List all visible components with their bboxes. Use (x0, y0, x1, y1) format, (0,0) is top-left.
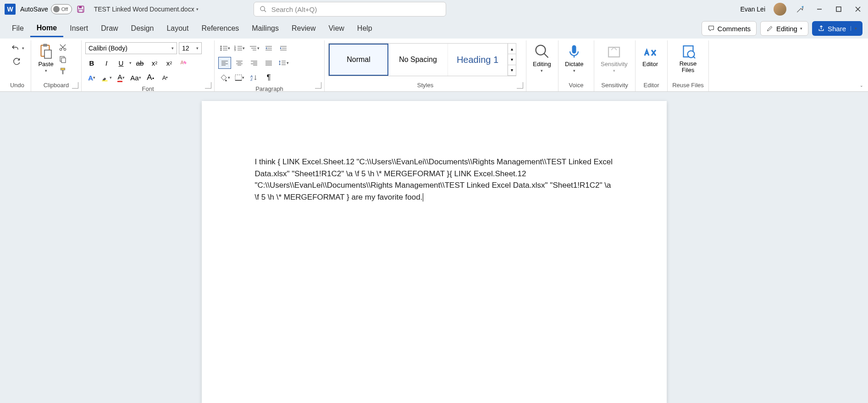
comments-button[interactable]: Comments (702, 21, 757, 36)
change-case-button[interactable]: Aa▾ (129, 72, 142, 84)
borders-button[interactable]: ▾ (233, 72, 246, 84)
style-no-spacing[interactable]: No Spacing (388, 44, 448, 76)
svg-text:Z: Z (250, 78, 253, 81)
font-size-combo[interactable]: 12▾ (179, 42, 202, 54)
collapse-ribbon-button[interactable]: ⌄ (860, 80, 863, 89)
tab-references[interactable]: References (195, 21, 245, 36)
shading-button[interactable]: ▾ (218, 72, 231, 84)
strikethrough-button[interactable]: ab (133, 57, 146, 69)
sort-button[interactable]: AZ (248, 72, 260, 84)
gallery-down-button[interactable]: ▾ (508, 54, 516, 65)
editor-button[interactable]: Editor (639, 42, 661, 68)
styles-launcher[interactable] (517, 82, 523, 89)
style-heading-1[interactable]: Heading 1 (448, 44, 508, 76)
maximize-button[interactable] (833, 4, 844, 15)
chevron-down-icon[interactable]: ▾ (129, 61, 132, 65)
style-normal[interactable]: Normal (329, 44, 388, 76)
svg-text:A: A (181, 60, 184, 65)
chevron-down-icon: ▾ (171, 46, 174, 50)
svg-rect-2 (78, 10, 83, 12)
undo-button[interactable]: ▾ (10, 44, 24, 52)
document-body-text[interactable]: I think { LINK Excel.Sheet.12 "C:\\Users… (255, 156, 614, 203)
group-label-editor: Editor (639, 80, 663, 91)
cut-icon (59, 43, 67, 51)
grow-font-button[interactable]: A▴ (144, 72, 157, 84)
tab-insert[interactable]: Insert (63, 21, 94, 36)
gallery-more-button[interactable]: ▾ (508, 65, 516, 76)
comment-icon (708, 25, 715, 32)
undo-icon (10, 44, 20, 52)
close-button[interactable] (852, 4, 863, 15)
svg-point-3 (260, 6, 265, 11)
editing-find-button[interactable]: Editing ▾ (530, 42, 554, 74)
bullets-button[interactable]: ▾ (218, 42, 231, 54)
save-icon[interactable] (77, 5, 85, 13)
font-name-combo[interactable]: Calibri (Body)▾ (85, 42, 177, 54)
format-painter-button[interactable] (59, 67, 67, 75)
increase-indent-button[interactable] (277, 42, 290, 54)
copy-icon (59, 55, 67, 63)
reuse-files-icon (680, 43, 697, 60)
autosave-switch[interactable]: Off (51, 4, 72, 14)
tab-view[interactable]: View (322, 21, 350, 36)
svg-rect-18 (61, 58, 66, 63)
svg-point-27 (220, 50, 221, 51)
clear-formatting-button[interactable]: A (177, 57, 190, 69)
underline-button[interactable]: U (115, 57, 127, 69)
subscript-button[interactable]: x2 (148, 57, 161, 69)
cut-button[interactable] (59, 43, 67, 51)
paste-button[interactable]: Paste ▾ (35, 42, 57, 74)
font-launcher[interactable] (205, 82, 211, 89)
italic-button[interactable]: I (100, 57, 113, 69)
pencil-icon (766, 25, 774, 32)
highlight-button[interactable]: ▾ (100, 72, 113, 84)
redo-button[interactable] (12, 57, 22, 65)
align-right-button[interactable] (248, 57, 260, 69)
sensitivity-button[interactable]: Sensitivity ▾ (598, 42, 630, 74)
username[interactable]: Evan Lei (741, 6, 765, 13)
user-avatar[interactable] (774, 3, 786, 16)
chevron-down-icon: ▾ (851, 26, 857, 31)
tab-review[interactable]: Review (285, 21, 322, 36)
tab-design[interactable]: Design (125, 21, 160, 36)
gallery-up-button[interactable]: ▴ (508, 44, 516, 54)
minimize-button[interactable] (814, 4, 825, 15)
group-label-voice: Voice (562, 80, 590, 91)
svg-rect-20 (62, 70, 64, 74)
title-bar: W AutoSave Off TEST Linked Word Document… (0, 0, 868, 18)
editing-mode-button[interactable]: Editing ▾ (760, 21, 808, 36)
line-spacing-button[interactable]: ▾ (277, 57, 290, 69)
clipboard-launcher[interactable] (72, 82, 78, 89)
mic-privacy-icon[interactable] (795, 4, 806, 15)
group-label-font: Font (85, 84, 210, 95)
autosave-toggle[interactable]: AutoSave Off (20, 4, 72, 14)
bold-button[interactable]: B (85, 57, 98, 69)
tab-home[interactable]: Home (30, 20, 63, 37)
tab-mailings[interactable]: Mailings (245, 21, 285, 36)
decrease-indent-button[interactable] (262, 42, 275, 54)
align-center-button[interactable] (233, 57, 246, 69)
show-marks-button[interactable]: ¶ (262, 72, 275, 84)
search-icon (260, 6, 267, 13)
paragraph-launcher[interactable] (315, 82, 321, 89)
align-left-button[interactable] (218, 57, 231, 69)
tab-file[interactable]: File (6, 21, 30, 36)
tab-draw[interactable]: Draw (94, 21, 124, 36)
document-title[interactable]: TEST Linked Word Document.docx ▾ (94, 6, 199, 13)
document-page[interactable]: I think { LINK Excel.Sheet.12 "C:\\Users… (202, 101, 667, 403)
superscript-button[interactable]: x2 (163, 57, 176, 69)
text-effects-button[interactable]: A▾ (85, 72, 98, 84)
reuse-files-button[interactable]: Reuse Files (671, 42, 705, 75)
copy-button[interactable] (59, 55, 67, 63)
shrink-font-button[interactable]: A▾ (159, 72, 171, 84)
tab-help[interactable]: Help (351, 21, 379, 36)
font-color-button[interactable]: A▾ (115, 72, 127, 84)
align-right-icon (250, 60, 258, 66)
numbering-button[interactable]: 123▾ (233, 42, 246, 54)
justify-button[interactable] (262, 57, 275, 69)
dictate-button[interactable]: Dictate ▾ (562, 42, 586, 74)
search-input[interactable]: Search (Alt+Q) (254, 2, 446, 17)
share-button[interactable]: Share ▾ (812, 21, 862, 36)
tab-layout[interactable]: Layout (160, 21, 195, 36)
multilevel-list-button[interactable]: ▾ (248, 42, 260, 54)
